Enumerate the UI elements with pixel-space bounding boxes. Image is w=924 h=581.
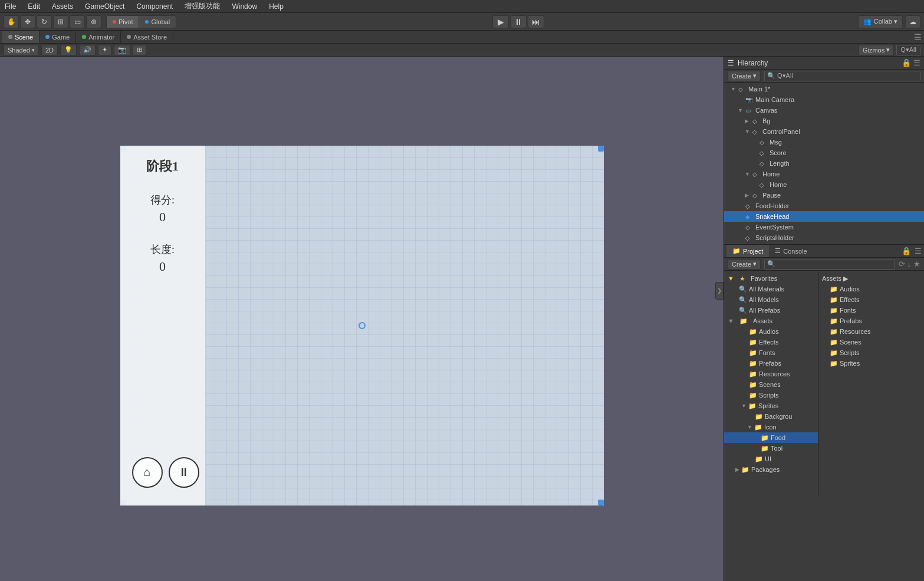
asset-left-item-7[interactable]: ▼📁Sprites <box>724 401 818 411</box>
asset-left-item-0[interactable]: 📁Audios <box>724 326 818 337</box>
hierarchy-item-bg[interactable]: ▶◇Bg <box>724 116 924 126</box>
asset-left-item-13[interactable]: ▶📁Packages <box>724 464 818 475</box>
pivot-button[interactable]: Pivot <box>107 16 139 28</box>
hierarchy-item-score[interactable]: ◇Score <box>724 147 924 158</box>
pause-button[interactable]: ⏸ <box>510 15 527 28</box>
lighting-button[interactable]: 💡 <box>60 45 77 55</box>
asset-left-item-10[interactable]: 📁Food <box>724 432 818 443</box>
asset-right-item-5[interactable]: 📁Scenes <box>818 337 924 347</box>
tab-project[interactable]: 📁 Project <box>726 245 769 257</box>
asset-left-item-6[interactable]: 📁Scripts <box>724 390 818 401</box>
rect-tool[interactable]: ▭ <box>70 15 85 28</box>
project-create-button[interactable]: Create ▾ <box>728 259 761 270</box>
asset-right-item-6[interactable]: 📁Scripts <box>818 347 924 358</box>
hierarchy-item-event_system[interactable]: ◇EventSystem <box>724 222 924 232</box>
scene-tab-options[interactable]: ☰ <box>914 31 924 43</box>
hierarchy-item-canvas[interactable]: ▼▭Canvas <box>724 105 924 116</box>
shaded-button[interactable]: Shaded ▾ <box>4 45 39 55</box>
assets-header[interactable]: ▼ 📁 Assets <box>724 316 818 326</box>
asset-right-item-4[interactable]: 📁Resources <box>818 326 924 337</box>
global-button[interactable]: Global <box>139 16 176 28</box>
gizmos-button[interactable]: Gizmos ▾ <box>859 45 894 55</box>
tab-console[interactable]: ☰ Console <box>769 245 813 257</box>
hierarchy-options[interactable]: 🔒 ☰ <box>902 58 920 67</box>
fx-button[interactable]: ✦ <box>98 45 111 55</box>
scene-extra-button[interactable]: ⊞ <box>133 45 146 55</box>
asset-right-item-1[interactable]: 📁Effects <box>818 294 924 305</box>
menu-assets[interactable]: Assets <box>50 2 75 11</box>
tab-asset-store[interactable]: Asset Store <box>121 31 173 43</box>
hierarchy-item-main1[interactable]: ▼◇Main 1* <box>724 84 924 94</box>
folder-label: Tool <box>771 445 782 452</box>
asset-left-item-11[interactable]: 📁Tool <box>724 443 818 454</box>
hierarchy-item-home[interactable]: ▼◇Home <box>724 169 924 179</box>
menu-gameobject[interactable]: GameObject <box>83 2 127 11</box>
favorites-item-0[interactable]: 🔍All Materials <box>724 284 818 294</box>
hierarchy-item-pause[interactable]: ▶◇Pause <box>724 190 924 201</box>
menu-edit[interactable]: Edit <box>25 2 42 11</box>
hierarchy-search[interactable]: 🔍 Q▾All <box>764 71 920 81</box>
corner-handle-br[interactable] <box>598 500 604 505</box>
asset-left-item-4[interactable]: 📁Resources <box>724 369 818 379</box>
favorites-item-2[interactable]: 🔍All Prefabs <box>724 305 818 316</box>
hierarchy-item-control_panel[interactable]: ▼◇ControlPanel <box>724 126 924 137</box>
menu-enhanced[interactable]: 增强版功能 <box>182 1 222 11</box>
audio-button[interactable]: 🔊 <box>79 45 96 55</box>
rotate-tool[interactable]: ↻ <box>37 15 52 28</box>
asset-left-item-3[interactable]: 📁Prefabs <box>724 358 818 369</box>
assets-right-header[interactable]: Assets ▶ <box>818 273 924 284</box>
proj-icon-1[interactable]: ⟳ <box>899 260 905 268</box>
hierarchy-item-home_child[interactable]: ◇Home <box>724 179 924 190</box>
asset-left-item-1[interactable]: 📁Effects <box>724 337 818 347</box>
hierarchy-item-snake_head[interactable]: ◆SnakeHead <box>724 211 924 222</box>
folder-icon: 📁 <box>741 466 749 474</box>
hierarchy-item-food_holder[interactable]: ◇FoodHolder <box>724 201 924 211</box>
step-button[interactable]: ⏭ <box>528 15 544 28</box>
corner-handle-tr[interactable] <box>598 146 604 152</box>
proj-icon-2[interactable]: ↓ <box>907 260 912 268</box>
asset-left-item-5[interactable]: 📁Scenes <box>724 379 818 390</box>
hierarchy-item-msg[interactable]: ◇Msg <box>724 137 924 147</box>
scene-view[interactable]: 阶段1 得分: 0 长度: 0 ⌂ ⏸ <box>0 57 724 581</box>
collab-button[interactable]: 👥 Collab ▾ <box>858 15 903 28</box>
hierarchy-item-main_camera[interactable]: 📷Main Camera <box>724 94 924 105</box>
asset-right-item-3[interactable]: 📁Prefabs <box>818 316 924 326</box>
hierarchy-item-length[interactable]: ◇Length <box>724 158 924 169</box>
hand-tool[interactable]: ✋ <box>4 15 19 28</box>
project-search[interactable]: 🔍 <box>764 259 895 270</box>
proj-icon-3[interactable]: ★ <box>913 260 920 268</box>
asset-left-item-12[interactable]: 📁UI <box>724 454 818 464</box>
move-tool[interactable]: ✥ <box>20 15 35 28</box>
asset-left-item-8[interactable]: 📁Backgrou <box>724 411 818 422</box>
2d-button[interactable]: 2D <box>41 45 58 55</box>
tab-scene[interactable]: Scene <box>2 31 40 43</box>
cloud-button[interactable]: ☁ <box>905 15 920 28</box>
bottom-tab-options[interactable]: 🔒 ☰ <box>902 247 922 255</box>
scene-camera-button[interactable]: 📷 <box>114 45 130 55</box>
pause-game-button[interactable]: ⏸ <box>169 457 199 488</box>
asset-left-item-2[interactable]: 📁Fonts <box>724 347 818 358</box>
menu-file[interactable]: File <box>2 2 18 11</box>
asset-left-item-9[interactable]: ▼📁Icon <box>724 422 818 432</box>
favorites-header[interactable]: ▼ ★ Favorites <box>724 273 818 284</box>
asset-right-item-2[interactable]: 📁Fonts <box>818 305 924 316</box>
menu-window[interactable]: Window <box>229 2 259 11</box>
scene-search[interactable]: Q▾All <box>896 45 920 55</box>
asset-right-item-7[interactable]: 📁Sprites <box>818 358 924 369</box>
scale-tool[interactable]: ⊞ <box>53 15 68 28</box>
menu-component[interactable]: Component <box>134 2 175 11</box>
home-button[interactable]: ⌂ <box>132 457 163 488</box>
hierarchy-item-scripts_holder[interactable]: ◇ScriptsHolder <box>724 232 924 243</box>
inspector-expand-arrow[interactable]: ❯ <box>715 282 724 300</box>
asset-right-item-0[interactable]: 📁Audios <box>818 284 924 294</box>
tab-animator[interactable]: Animator <box>76 31 121 43</box>
play-button[interactable]: ▶ <box>492 15 509 28</box>
hierarchy-tree[interactable]: ▼◇Main 1*📷Main Camera▼▭Canvas▶◇Bg▼◇Contr… <box>724 83 924 244</box>
favorites-item-1[interactable]: 🔍All Models <box>724 294 818 305</box>
tab-game[interactable]: Game <box>40 31 76 43</box>
project-left-panel: ▼ ★ Favorites🔍All Materials🔍All Models🔍A… <box>724 271 818 495</box>
transform-tool[interactable]: ⊕ <box>86 15 101 28</box>
tree-icon-main1: ◇ <box>738 86 747 93</box>
hierarchy-create-button[interactable]: Create ▾ <box>728 71 761 81</box>
menu-help[interactable]: Help <box>267 2 286 11</box>
